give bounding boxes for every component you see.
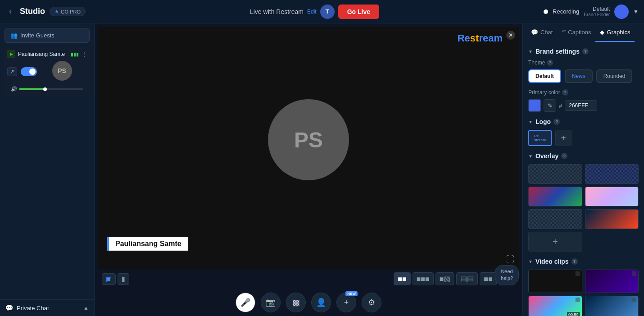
color-edit-button[interactable]: ✎ (544, 99, 556, 112)
volume-fill (19, 88, 45, 90)
tab-captions[interactable]: “” Captions (557, 23, 595, 42)
screen-share-button[interactable]: ▩ (286, 293, 306, 312)
tab-chat[interactable]: 💬 Chat (526, 23, 557, 42)
overlay-collapse-icon: ▼ (528, 154, 533, 159)
video-clip-2[interactable]: 00:59⬛ (528, 296, 582, 316)
theme-info-icon[interactable]: ? (547, 60, 553, 66)
brand-settings-label: Brand settings (535, 48, 580, 55)
layout-4-button[interactable]: ▤▤ (456, 272, 478, 285)
volume-track[interactable] (19, 88, 83, 90)
color-hex-input[interactable] (565, 100, 597, 111)
video-clips-collapse-icon: ▼ (528, 259, 533, 264)
logo-r: Re (458, 32, 470, 44)
left-panel: 👥 Invite Guests ▶ Pauliansang Samte ▮▮▮ … (0, 23, 95, 316)
recording-label: Recording (553, 8, 579, 15)
mobile-view-button[interactable]: ▮ (118, 273, 129, 285)
color-swatch[interactable] (528, 99, 541, 112)
microphone-button[interactable]: 🎤 (236, 293, 255, 312)
layout-5-button[interactable]: ■■ (480, 272, 496, 285)
overlay-thumb-1[interactable] (528, 164, 582, 184)
overlay-thumb-6[interactable] (585, 209, 639, 229)
hash-sign: # (559, 102, 562, 109)
logo-ream: ream (479, 32, 503, 44)
add-logo-button[interactable]: + (555, 130, 571, 146)
brand-settings-info-icon[interactable]: ? (582, 48, 589, 55)
guest-screen-icon: ▶ (7, 50, 15, 58)
video-clip-0[interactable]: ⬛ (528, 270, 582, 293)
star-icon: ★ (54, 9, 59, 14)
layout-bar: ▣ ▮ ■■ ■■■ ■▧ ▤▤ ■■ ■■ (95, 269, 522, 289)
video-clips-info-icon[interactable]: ? (571, 258, 578, 265)
theme-default-button[interactable]: Default (528, 69, 561, 83)
invite-guests-button[interactable]: 👥 Invite Guests (5, 28, 90, 43)
video-clips-grid: ⬛⬛00:59⬛⬛⬛⬛00:23⬛00:59⬛00:29⬛⬛00:38⬛⬛ (528, 270, 639, 316)
private-chat-bar[interactable]: 💬 Private Chat ▲ (0, 299, 94, 316)
logo-text: Restream (534, 134, 546, 142)
camera-off-icon: 📷 (266, 298, 276, 307)
desktop-view-button[interactable]: ▣ (102, 273, 116, 285)
plus-icon: + (344, 298, 349, 307)
overlay-thumb-3[interactable] (528, 187, 582, 206)
new-badge: NEW (345, 291, 358, 296)
screen-icon: ▩ (292, 298, 300, 307)
guest-toggle[interactable] (21, 67, 37, 76)
volume-bar: 🔊 (7, 84, 87, 94)
overlay-thumb-5[interactable] (528, 209, 582, 229)
layout-2-button[interactable]: ■■■ (413, 272, 434, 285)
video-clip-1[interactable]: ⬛ (585, 270, 639, 293)
video-clip-3[interactable]: ⬛ (585, 296, 639, 316)
tabs-row: 💬 Chat “” Captions ◆ Graphics (523, 23, 644, 42)
back-button[interactable]: ‹ (5, 5, 15, 18)
volume-icon: 🔊 (11, 86, 17, 92)
restream-logo: Restream (458, 32, 503, 44)
guest-header: ▶ Pauliansang Samte ▮▮▮ ⋮ (7, 50, 87, 58)
logo-row: Restream + (528, 130, 639, 146)
chat-tab-icon: 💬 (531, 29, 538, 36)
volume-handle[interactable] (43, 87, 47, 91)
go-pro-badge[interactable]: ★ GO PRO (50, 7, 86, 16)
primary-color-info-icon[interactable]: ? (562, 89, 568, 96)
layout-1-button[interactable]: ■■ (394, 272, 410, 285)
logo-info-icon[interactable]: ? (553, 119, 560, 125)
add-overlay-button[interactable]: + (528, 232, 582, 252)
theme-label: Theme ? (528, 60, 639, 66)
dropdown-arrow-icon[interactable]: ▼ (633, 9, 639, 15)
graphics-icon: ◆ (600, 29, 604, 36)
settings-button[interactable]: ⚙ (362, 293, 381, 312)
overlay-info-icon[interactable]: ? (561, 153, 567, 159)
device-icons: ▣ ▮ (102, 273, 129, 285)
brand-button[interactable] (614, 5, 629, 19)
right-panel: 💬 Chat “” Captions ◆ Graphics ▼ Brand se… (522, 23, 644, 316)
go-live-button[interactable]: Go Live (338, 5, 379, 19)
color-row: ✎ # (528, 99, 639, 112)
people-icon: 👥 (10, 32, 18, 39)
overlay-thumb-2[interactable] (585, 164, 639, 184)
chevron-up-icon: ▲ (83, 305, 89, 311)
fullscreen-button[interactable]: ⛶ (506, 255, 514, 264)
overlay-thumb-4[interactable] (585, 187, 639, 206)
video-clips-header[interactable]: ▼ Video clips ? (528, 258, 639, 265)
brand-folder-label: Brand Folder (584, 12, 610, 17)
header-right: Recording Default Brand Folder ▼ (544, 5, 639, 19)
logo-header[interactable]: ▼ Logo ? (528, 118, 639, 125)
close-overlay-button[interactable]: ✕ (506, 31, 515, 40)
guest-name: Pauliansang Samte (18, 51, 68, 57)
more-icon[interactable]: ⋮ (82, 51, 87, 57)
brand-settings-header[interactable]: ▼ Brand settings ? (528, 48, 639, 55)
logo-thumbnail[interactable]: Restream (528, 130, 552, 146)
layout-3-button[interactable]: ■▧ (435, 272, 455, 285)
add-guest-button[interactable]: 👤 (311, 293, 331, 312)
chat-icon: 💬 (5, 304, 13, 311)
signal-icon: ▮▮▮ (71, 51, 79, 57)
theme-news-button[interactable]: News (565, 69, 593, 83)
theme-rounded-button[interactable]: Rounded (596, 69, 633, 83)
add-button[interactable]: + NEW (336, 293, 356, 312)
overlay-grid: + (528, 164, 639, 252)
camera-button[interactable]: 📷 (261, 293, 281, 312)
expand-button[interactable]: ↗ (7, 67, 17, 76)
tab-graphics[interactable]: ◆ Graphics (595, 23, 635, 42)
overlay-header[interactable]: ▼ Overlay ? (528, 152, 639, 160)
edit-button[interactable]: Edit (307, 9, 317, 15)
primary-color-label: Primary color ? (528, 89, 639, 96)
need-help-button[interactable]: Needhelp? (495, 265, 519, 284)
